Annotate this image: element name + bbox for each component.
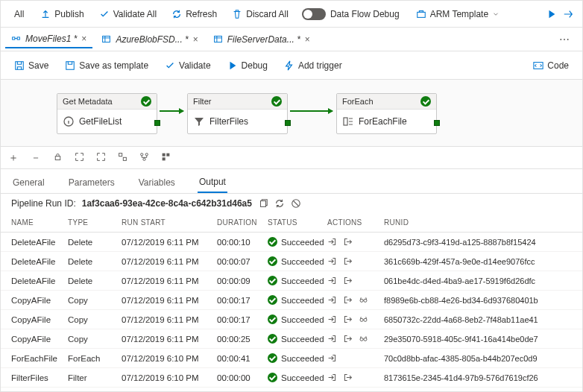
cell-status: Succeeded xyxy=(268,276,327,285)
info-icon xyxy=(63,116,75,127)
filter-icon xyxy=(193,116,205,127)
refresh-button[interactable]: Refresh xyxy=(166,6,223,22)
details-icon[interactable] xyxy=(359,295,368,305)
zoom-icon[interactable] xyxy=(118,152,127,164)
lock-icon[interactable] xyxy=(53,152,63,164)
pipeline-canvas[interactable]: Get Metadata GetFileList Filter FilterFi… xyxy=(1,80,582,147)
arm-template-button[interactable]: ARM Template xyxy=(410,6,505,22)
node-filter[interactable]: Filter FilterFiles xyxy=(187,93,288,134)
discard-all-label: Discard All xyxy=(246,9,289,19)
align-icon[interactable] xyxy=(161,152,171,164)
cell-type: Copy xyxy=(68,335,122,344)
col-duration[interactable]: DURATION xyxy=(217,218,268,227)
tab-azureblobfsd[interactable]: AzureBlobFSD... *× xyxy=(95,31,204,48)
check-icon xyxy=(141,96,151,107)
more-tabs[interactable]: ⋯ xyxy=(552,31,578,48)
data-flow-debug-label: Data Flow Debug xyxy=(330,9,400,19)
data-flow-debug-toggle[interactable]: Data Flow Debug xyxy=(302,8,400,20)
table-row[interactable]: CopyAFileCopy07/12/2019 6:11 PM00:00:25S… xyxy=(1,329,582,349)
table-row[interactable]: FilterFilesFilter07/12/2019 6:10 PM00:00… xyxy=(1,368,582,388)
table-row[interactable]: DeleteAFileDelete07/12/2019 6:11 PM00:00… xyxy=(1,271,582,291)
close-icon[interactable]: × xyxy=(193,34,198,45)
table-row[interactable]: DeleteAFileDelete07/12/2019 6:11 PM00:00… xyxy=(1,233,582,252)
refresh-icon[interactable] xyxy=(274,198,285,209)
node-type: Filter xyxy=(193,97,211,106)
input-icon[interactable] xyxy=(327,353,337,363)
table-row[interactable]: CopyAFileCopy07/12/2019 6:11 PM00:00:17S… xyxy=(1,310,582,329)
arm-template-label: ARM Template xyxy=(430,9,488,19)
cancel-icon[interactable] xyxy=(291,198,301,209)
input-icon[interactable] xyxy=(327,295,337,305)
fit-icon[interactable] xyxy=(75,152,84,164)
node-name: ForEachFile xyxy=(359,116,407,127)
output-icon[interactable] xyxy=(343,256,353,266)
output-icon[interactable] xyxy=(343,237,353,247)
tab-movefiles1[interactable]: MoveFiles1 *× xyxy=(5,31,92,48)
close-icon[interactable]: × xyxy=(81,34,86,44)
tab-output[interactable]: Output xyxy=(198,174,227,193)
validate-all-button[interactable]: Validate All xyxy=(93,6,163,22)
debug-button[interactable]: Debug xyxy=(221,57,274,74)
cell-type: Filter xyxy=(68,373,122,382)
add-icon[interactable]: ＋ xyxy=(8,151,19,165)
output-icon[interactable] xyxy=(343,373,353,382)
output-icon[interactable] xyxy=(343,295,353,305)
toggle-track xyxy=(302,8,326,20)
node-foreach[interactable]: ForEach ForEachFile xyxy=(336,93,437,134)
col-status[interactable]: STATUS xyxy=(268,218,327,227)
close-icon[interactable]: × xyxy=(305,34,310,45)
validate-button[interactable]: Validate xyxy=(159,57,216,74)
tab-label: FileServerData... * xyxy=(227,34,300,45)
add-trigger-button[interactable]: Add trigger xyxy=(278,57,348,74)
tab-label: MoveFiles1 * xyxy=(25,34,77,44)
cell-start: 07/12/2019 6:11 PM xyxy=(122,276,217,285)
tab-label: AzureBlobFSD... * xyxy=(116,34,188,45)
cell-start: 07/12/2019 6:10 PM xyxy=(122,354,217,363)
action-bar: Save Save as template Validate Debug Add… xyxy=(1,51,582,80)
input-icon[interactable] xyxy=(327,237,337,247)
remove-icon[interactable]: － xyxy=(31,151,41,165)
svg-rect-16 xyxy=(163,153,166,156)
table-row[interactable]: GetFileListGetMetadata07/12/2019 6:10 PM… xyxy=(1,388,582,392)
discard-all-button[interactable]: Discard All xyxy=(226,6,294,22)
chevron-icon[interactable] xyxy=(563,9,573,19)
check-icon xyxy=(268,256,277,266)
col-runid[interactable]: RUNID xyxy=(384,218,572,227)
code-button[interactable]: Code xyxy=(527,57,575,74)
layout-icon[interactable] xyxy=(139,152,149,164)
play-icon[interactable] xyxy=(546,9,557,19)
input-icon[interactable] xyxy=(327,314,337,324)
cell-name: DeleteAFile xyxy=(11,276,68,285)
tab-general[interactable]: General xyxy=(11,174,46,192)
svg-point-14 xyxy=(145,153,148,155)
all-filter[interactable]: All xyxy=(7,6,31,22)
tab-fileserverdata[interactable]: FileServerData... *× xyxy=(207,31,316,48)
col-name[interactable]: NAME xyxy=(11,218,68,227)
table-row[interactable]: ForEachFileForEach07/12/2019 6:10 PM00:0… xyxy=(1,349,582,368)
node-type: ForEach xyxy=(342,97,374,106)
col-actions[interactable]: ACTIONS xyxy=(327,218,384,227)
table-row[interactable]: CopyAFileCopy07/12/2019 6:11 PM00:00:17S… xyxy=(1,291,582,310)
save-as-template-button[interactable]: Save as template xyxy=(59,57,154,74)
publish-button[interactable]: Publish xyxy=(34,6,89,22)
node-get-metadata[interactable]: Get Metadata GetFileList xyxy=(57,93,157,134)
input-icon[interactable] xyxy=(327,334,337,344)
save-button[interactable]: Save xyxy=(8,57,54,74)
fullscreen-icon[interactable] xyxy=(96,152,106,164)
tab-variables[interactable]: Variables xyxy=(137,174,177,192)
input-icon[interactable] xyxy=(327,276,337,285)
col-type[interactable]: TYPE xyxy=(68,218,122,227)
col-run-start[interactable]: RUN START xyxy=(122,218,217,227)
input-icon[interactable] xyxy=(327,373,337,382)
output-icon[interactable] xyxy=(343,314,353,324)
copy-icon[interactable] xyxy=(258,198,268,209)
cell-duration: 00:00:07 xyxy=(217,257,268,266)
input-icon[interactable] xyxy=(327,256,337,266)
output-icon[interactable] xyxy=(343,276,353,285)
cell-duration: 00:00:41 xyxy=(217,354,268,363)
tab-parameters[interactable]: Parameters xyxy=(67,174,116,192)
details-icon[interactable] xyxy=(359,314,368,324)
table-row[interactable]: DeleteAFileDelete07/12/2019 6:11 PM00:00… xyxy=(1,252,582,271)
output-icon[interactable] xyxy=(343,334,353,344)
details-icon[interactable] xyxy=(359,334,368,344)
